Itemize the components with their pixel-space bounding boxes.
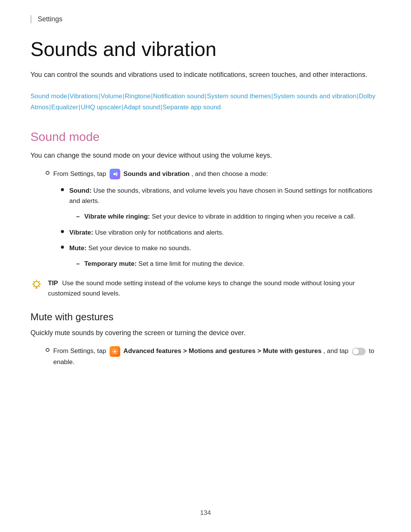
tip-text: Use the sound mode setting instead of th…: [48, 280, 355, 297]
tip-icon: [30, 279, 43, 294]
dot-icon-2: [61, 230, 64, 233]
toggle-thumb: [353, 348, 359, 355]
vibrate-desc: Use vibration only for notifications and…: [95, 229, 224, 236]
link-volume[interactable]: Volume: [101, 93, 123, 100]
vibrate-term: Vibrate:: [69, 229, 93, 236]
vibrate-ringing-desc: Set your device to vibrate in addition t…: [152, 213, 355, 220]
vibrate-ringing-term: Vibrate while ringing:: [84, 213, 150, 220]
sub-bullet-vibrate-text: Vibrate: Use vibration only for notifica…: [69, 227, 224, 238]
temp-mute-term: Temporary mute:: [84, 260, 137, 267]
dash-icon-2: –: [76, 259, 80, 269]
temp-mute-desc: Set a time limit for muting the device.: [139, 260, 245, 267]
sound-mode-description: You can change the sound mode on your de…: [30, 150, 381, 161]
hollow-circle-icon: [46, 171, 49, 175]
link-adapt-sound[interactable]: Adapt sound: [124, 104, 160, 111]
svg-line-9: [39, 281, 40, 282]
mute-desc: Set your device to make no sounds.: [88, 244, 191, 252]
breadcrumb: Settings: [30, 15, 381, 23]
toggle-track: [352, 348, 366, 355]
svg-point-0: [113, 173, 116, 175]
mute-gestures-section: Mute with gestures Quickly mute sounds b…: [30, 311, 381, 367]
link-system-sound-themes[interactable]: System sound themes: [207, 93, 271, 100]
temp-mute-text: Temporary mute: Set a time limit for mut…: [84, 259, 244, 269]
sub-bullet-sound-text: Sound: Use the sounds, vibrations, and v…: [69, 185, 381, 206]
sound-mode-title: Sound mode: [30, 130, 381, 144]
mute-gestures-title: Mute with gestures: [30, 311, 381, 323]
dot-icon-3: [61, 246, 64, 249]
link-vibrations[interactable]: Vibrations: [70, 93, 98, 100]
svg-point-12: [114, 350, 116, 353]
bullet1-prefix: From Settings, tap: [53, 170, 108, 177]
bullet1-suffix: , and then choose a mode:: [191, 170, 268, 177]
page-container: Settings Sounds and vibration You can co…: [0, 0, 411, 532]
sub-bullet-mute-text: Mute: Set your device to make no sounds.: [69, 243, 191, 253]
sub-bullet-temp-mute: – Temporary mute: Set a time limit for m…: [76, 259, 381, 269]
tip-box: TIP Use the sound mode setting instead o…: [30, 278, 381, 299]
link-separate-app-sound[interactable]: Separate app sound: [162, 104, 221, 111]
breadcrumb-text: Settings: [38, 15, 62, 23]
sub-bullet-mute: Mute: Set your device to make no sounds.: [61, 243, 381, 253]
mute-bullet1-bold: Advanced features > Motions and gestures…: [123, 347, 322, 355]
bullet1-bold: Sounds and vibration: [123, 170, 190, 177]
sounds-and-vibration-icon: [110, 169, 120, 179]
lightbulb-icon: [30, 279, 43, 291]
tip-content: TIP Use the sound mode setting instead o…: [48, 278, 381, 299]
sub-bullet-sound: Sound: Use the sounds, vibrations, and v…: [61, 185, 381, 206]
advanced-features-icon: [110, 346, 120, 357]
mute-gestures-description: Quickly mute sounds by covering the scre…: [30, 328, 381, 339]
mute-term: Mute:: [69, 244, 86, 252]
mute-gestures-bullet1: From Settings, tap Advanced features > M…: [46, 346, 381, 367]
svg-line-6: [33, 281, 34, 282]
toggle-switch[interactable]: [352, 348, 366, 355]
page-footer: 134: [0, 509, 411, 517]
bullet1-text: From Settings, tap Sounds and vibration …: [53, 169, 268, 180]
sound-mode-section: Sound mode You can change the sound mode…: [30, 130, 381, 299]
link-system-sounds-vibration[interactable]: System sounds and vibration: [273, 93, 356, 100]
sub-bullet-vibrate: Vibrate: Use vibration only for notifica…: [61, 227, 381, 238]
svg-rect-11: [35, 288, 38, 289]
links-section: Sound mode|Vibrations|Volume|Ringtone|No…: [30, 91, 381, 113]
page-number: 134: [200, 509, 211, 516]
hollow-circle-icon-2: [46, 348, 49, 352]
sound-desc: Use the sounds, vibrations, and volume l…: [69, 187, 373, 204]
svg-rect-10: [35, 287, 38, 288]
svg-line-7: [39, 286, 40, 287]
tip-label: TIP: [48, 280, 58, 287]
link-notification-sound[interactable]: Notification sound: [153, 93, 204, 100]
page-title: Sounds and vibration: [30, 38, 381, 60]
link-ringtone[interactable]: Ringtone: [125, 93, 151, 100]
sound-term: Sound:: [69, 187, 92, 194]
sub-bullet-vibrate-ringing: – Vibrate while ringing: Set your device…: [76, 211, 381, 222]
svg-line-8: [33, 286, 34, 287]
mute-bullet1-prefix: From Settings, tap: [53, 347, 108, 355]
link-sound-mode[interactable]: Sound mode: [30, 93, 67, 100]
vibrate-ringing-text: Vibrate while ringing: Set your device t…: [84, 211, 355, 222]
link-equalizer[interactable]: Equalizer: [51, 104, 78, 111]
mute-bullet1-suffix: , and tap: [323, 347, 350, 355]
mute-bullet1-text: From Settings, tap Advanced features > M…: [53, 346, 381, 367]
sound-mode-bullet1: From Settings, tap Sounds and vibration …: [46, 169, 381, 180]
intro-text: You can control the sounds and vibration…: [30, 69, 381, 80]
dash-icon: –: [76, 211, 80, 222]
link-uhq-upscaler[interactable]: UHQ upscaler: [81, 104, 121, 111]
dot-icon: [61, 188, 64, 191]
